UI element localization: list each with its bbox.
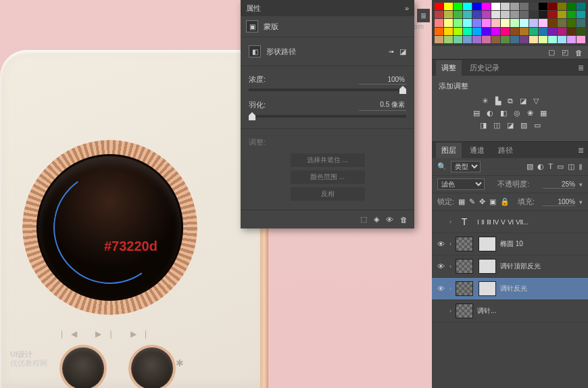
layer-name[interactable]: 调针... [477,306,584,316]
lock-all-icon[interactable]: ▦ [458,197,465,206]
threshold-icon[interactable]: ◪ [507,121,514,130]
swatch[interactable] [567,28,576,35]
tab-adjustments[interactable]: 调整 [436,60,462,76]
tab-channels[interactable]: 通道 [464,143,490,158]
swatch[interactable] [463,36,472,43]
vibrance-icon[interactable]: ▽ [533,97,539,105]
swatch[interactable] [510,3,519,10]
color-range-button[interactable]: 颜色范围 ... [291,170,365,184]
swatch[interactable] [567,11,576,18]
swatch[interactable] [539,19,547,26]
swatch[interactable] [529,28,538,35]
swatch[interactable] [454,28,462,35]
color-lookup-icon[interactable]: ▦ [540,109,547,118]
expand-icon[interactable]: › [449,308,451,314]
swatch[interactable] [444,28,453,35]
swatch[interactable] [472,19,481,26]
swatch[interactable] [520,28,529,35]
layer-name[interactable]: Ⅰ Ⅱ Ⅲ Ⅳ Ⅴ Ⅵ Ⅶ... [477,218,584,226]
swatch[interactable] [491,36,500,43]
mask-mode-icon[interactable]: ▫▪ [389,47,394,55]
lock-icon[interactable]: 🔒 [500,197,510,206]
swatch[interactable] [548,11,557,18]
swatch[interactable] [520,19,529,26]
curves-icon[interactable]: ⧉ [508,97,513,105]
swatch[interactable] [510,11,519,18]
swatch[interactable] [567,19,576,26]
layer-name[interactable]: 调针反光 [500,284,584,293]
blend-mode-select[interactable]: 滤色 [437,178,485,190]
mask-boundary-icon[interactable]: ⬚ [360,215,367,224]
swatch[interactable] [472,11,481,18]
swatch[interactable] [463,3,472,10]
feather-value[interactable]: 0.5 像素 [359,99,406,111]
hue-sat-icon[interactable]: ▤ [473,109,480,118]
swatch[interactable] [482,28,491,35]
swatch[interactable] [435,36,443,43]
delete-swatch-icon[interactable]: 🗑 [575,49,583,57]
expand-icon[interactable]: › [449,285,451,292]
swatch[interactable] [491,11,500,18]
swatch[interactable] [482,36,491,43]
swatch[interactable] [482,3,491,10]
swatch[interactable] [482,11,491,18]
swatch[interactable] [472,3,481,10]
swatch[interactable] [444,3,453,10]
panel-menu-icon[interactable]: ≣ [578,146,584,155]
swatch[interactable] [558,36,566,43]
swatch[interactable] [472,28,481,35]
swatch-preset-icon[interactable]: ▢ [548,48,555,57]
density-value[interactable]: 100% [359,75,406,84]
bw-icon[interactable]: ◧ [500,109,507,118]
swatch[interactable] [454,3,462,10]
swatch[interactable] [577,36,585,43]
filter-toggle-icon[interactable]: ▮ [579,162,583,171]
swatch[interactable] [520,36,529,43]
swatch[interactable] [501,11,510,18]
filter-shape-icon[interactable]: ▭ [557,162,564,171]
swatch[interactable] [491,19,500,26]
swatch[interactable] [491,28,500,35]
layer-row[interactable]: 👁›椭圆 10 [432,233,588,256]
visibility-icon[interactable]: 👁 [436,240,445,248]
density-slider[interactable] [249,89,406,91]
layer-list[interactable]: ›TⅠ Ⅱ Ⅲ Ⅳ Ⅴ Ⅵ Ⅶ...👁›椭圆 10👁›调针顶部反光👁›调针反光›… [432,211,588,388]
mask-add-icon[interactable]: ◪ [399,47,406,56]
swatch[interactable] [577,3,585,10]
fill-stepper-icon[interactable]: ▾ [579,199,583,205]
swatch[interactable] [577,28,585,35]
swatch[interactable] [482,19,491,26]
filter-adjust-icon[interactable]: ◐ [537,162,544,171]
swatch[interactable] [529,19,538,26]
expand-icon[interactable]: › [449,241,451,247]
swatch[interactable] [529,11,538,18]
visibility-icon[interactable]: 👁 [436,262,445,270]
invert-button[interactable]: 反相 [291,187,365,201]
opacity-stepper-icon[interactable]: ▾ [579,181,583,188]
filter-type-icon[interactable]: T [548,162,553,171]
swatch[interactable] [435,3,443,10]
lock-artboard-icon[interactable]: ▣ [489,197,496,206]
swatch[interactable] [454,19,462,26]
color-balance-icon[interactable]: ◐ [487,109,493,118]
exposure-icon[interactable]: ◪ [520,97,526,105]
swatch[interactable] [444,19,453,26]
apply-mask-icon[interactable]: ◈ [374,215,379,224]
swatch[interactable] [463,19,472,26]
swatch[interactable] [539,3,547,10]
lock-pixels-icon[interactable]: ✥ [479,197,485,206]
swatch[interactable] [454,11,462,18]
properties-menu-icon[interactable]: ≣ [417,9,430,22]
swatch[interactable] [567,36,576,43]
swatch[interactable] [529,36,538,43]
swatch[interactable] [501,19,510,26]
selective-color-icon[interactable]: ▨ [520,121,527,130]
swatch[interactable] [558,19,566,26]
photo-filter-icon[interactable]: ◎ [514,109,520,118]
visibility-icon[interactable]: 👁 [436,285,445,293]
tab-layers[interactable]: 图层 [436,143,462,158]
lock-position-icon[interactable]: ✎ [469,197,475,206]
swatch[interactable] [539,28,547,35]
swatch[interactable] [529,3,538,10]
toggle-mask-icon[interactable]: 👁 [386,216,393,224]
